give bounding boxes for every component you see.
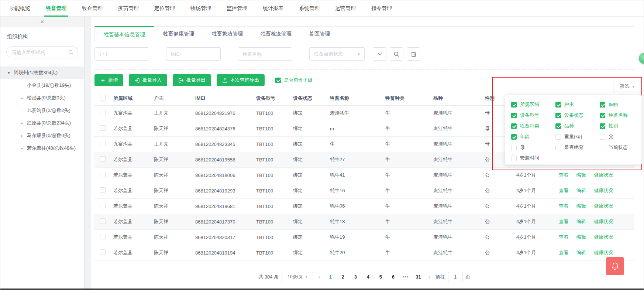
include-sub-checkbox[interactable]: [275, 78, 281, 83]
add-button[interactable]: ＋ 新增: [94, 74, 123, 86]
owner-filter-input[interactable]: [94, 47, 149, 61]
health-status-link[interactable]: 健康状况: [594, 219, 613, 224]
page-number[interactable]: 6: [388, 274, 398, 280]
column-option-checkbox[interactable]: [600, 113, 605, 118]
org-tree-node[interactable]: ▸ 松潘县(0/总数0头): [0, 92, 84, 104]
health-status-link[interactable]: 健康状况: [594, 234, 613, 240]
goto-page-input[interactable]: [448, 272, 463, 282]
page-number[interactable]: 31: [413, 274, 423, 280]
column-option-checkbox[interactable]: [555, 123, 561, 129]
org-tree-node[interactable]: ▾ 阿坝州(1/总数304头): [0, 66, 84, 79]
imei-filter-input[interactable]: [166, 47, 221, 61]
column-option-checkbox[interactable]: [555, 102, 561, 108]
health-status-link[interactable]: 健康状况: [594, 188, 613, 193]
column-option[interactable]: 牲畜种类: [511, 122, 555, 130]
row-checkbox[interactable]: [100, 141, 106, 146]
org-tree-node[interactable]: 小金县(19/总数19头): [0, 79, 84, 92]
row-checkbox[interactable]: [100, 234, 106, 239]
column-option[interactable]: 牲畜名称: [600, 112, 638, 119]
sidebar-collapse-button[interactable]: «: [0, 17, 84, 27]
prev-page-button[interactable]: ‹: [316, 274, 323, 280]
column-option-checkbox[interactable]: [555, 113, 561, 118]
column-option-checkbox[interactable]: [511, 156, 517, 161]
column-option[interactable]: 父: [600, 133, 638, 140]
nav-item[interactable]: 系统管理: [293, 0, 325, 17]
column-option-checkbox[interactable]: [511, 113, 517, 118]
tab[interactable]: 牲畜繁殖管理: [203, 26, 252, 41]
edit-link[interactable]: 编辑: [576, 234, 586, 240]
expand-filters-button[interactable]: [373, 47, 386, 61]
column-option[interactable]: 品种: [555, 122, 600, 130]
column-option[interactable]: 当前状态: [600, 144, 638, 151]
page-number[interactable]: 5: [376, 274, 385, 280]
column-option[interactable]: 户主: [555, 101, 600, 108]
nav-item[interactable]: 定位管理: [149, 0, 180, 17]
column-option-checkbox[interactable]: [511, 134, 517, 140]
column-option-checkbox[interactable]: [511, 145, 517, 150]
page-number[interactable]: 3: [351, 274, 360, 280]
view-link[interactable]: 查看: [559, 188, 568, 193]
tree-caret-icon[interactable]: ▸: [21, 129, 27, 142]
page-number[interactable]: 1: [326, 274, 335, 280]
row-checkbox[interactable]: [100, 187, 106, 193]
column-option[interactable]: 重量(kg): [555, 133, 600, 140]
column-option[interactable]: 年龄: [511, 133, 555, 140]
search-button[interactable]: [390, 47, 403, 61]
org-search-input[interactable]: [6, 46, 78, 58]
nav-item[interactable]: 统计报表: [257, 0, 289, 17]
column-option[interactable]: 母: [511, 144, 555, 151]
column-option[interactable]: 性别: [600, 122, 638, 130]
animal-name-filter-input[interactable]: [238, 47, 292, 61]
health-status-link[interactable]: 健康状况: [594, 250, 613, 255]
view-link[interactable]: 查看: [559, 172, 568, 178]
column-option-checkbox[interactable]: [600, 134, 605, 140]
view-link[interactable]: 查看: [559, 234, 568, 240]
status-filter-select[interactable]: 牲畜当前状态 ▾: [309, 47, 365, 61]
tab[interactable]: 牲畜检疫管理: [252, 26, 300, 41]
nav-item[interactable]: 功能概览: [4, 0, 36, 17]
next-page-button[interactable]: ›: [426, 274, 432, 280]
nav-item[interactable]: 疫苗管理: [113, 0, 144, 17]
row-checkbox[interactable]: [100, 156, 106, 162]
tab[interactable]: 牲畜基本信息管理: [94, 26, 154, 41]
batch-export-button[interactable]: 批量导出: [173, 74, 211, 86]
include-sub-checkbox-row[interactable]: 是否包含下级: [275, 77, 313, 83]
edit-link[interactable]: 编辑: [576, 188, 586, 193]
tree-caret-icon[interactable]: ▸: [21, 142, 27, 154]
edit-link[interactable]: 编辑: [576, 250, 586, 255]
notification-bell-button[interactable]: [606, 257, 624, 275]
export-query-button[interactable]: 本次查询导出: [217, 74, 265, 86]
tree-caret-icon[interactable]: ▸: [21, 92, 27, 104]
nav-item[interactable]: 运营管理: [330, 0, 361, 17]
nav-item[interactable]: 牧场管理: [185, 0, 217, 17]
tab[interactable]: 牲畜健康管理: [154, 26, 203, 41]
row-checkbox[interactable]: [100, 249, 106, 255]
view-link[interactable]: 查看: [559, 219, 568, 224]
row-checkbox[interactable]: [100, 218, 106, 224]
org-tree-node[interactable]: ▸ 马尔康县(0/总数0头): [0, 129, 84, 142]
nav-item[interactable]: 牧企管理: [76, 0, 108, 17]
tab[interactable]: 兽医管理: [300, 26, 339, 41]
nav-item[interactable]: 指令管理: [366, 0, 397, 17]
org-tree-node[interactable]: ▸ 红原县(0/总数234头): [0, 117, 84, 129]
column-option-checkbox[interactable]: [600, 145, 605, 150]
edit-link[interactable]: 编辑: [576, 219, 586, 224]
column-option[interactable]: 设备型号: [511, 112, 555, 119]
select-all-checkbox[interactable]: [100, 95, 106, 100]
view-link[interactable]: 查看: [559, 250, 568, 255]
org-tree-node[interactable]: 九寨沟县(2/总数2头): [0, 104, 84, 117]
column-option[interactable]: 是否绝育: [555, 144, 600, 151]
page-number[interactable]: 2: [338, 274, 348, 280]
search-icon[interactable]: [68, 49, 74, 55]
clear-button[interactable]: [407, 47, 420, 61]
row-checkbox[interactable]: [100, 172, 106, 177]
health-status-link[interactable]: 健康状况: [594, 172, 613, 178]
tree-caret-icon[interactable]: ▸: [21, 117, 27, 129]
org-tree-node[interactable]: ▸ 若尔盖县(48/总数48头): [0, 142, 84, 154]
row-checkbox[interactable]: [100, 110, 106, 115]
column-option[interactable]: 安装时间: [511, 154, 555, 162]
nav-item[interactable]: 牲畜管理: [40, 0, 72, 17]
column-filter-button[interactable]: 筛选 ▾: [613, 81, 641, 92]
row-checkbox[interactable]: [100, 125, 106, 131]
column-option-checkbox[interactable]: [555, 134, 561, 140]
